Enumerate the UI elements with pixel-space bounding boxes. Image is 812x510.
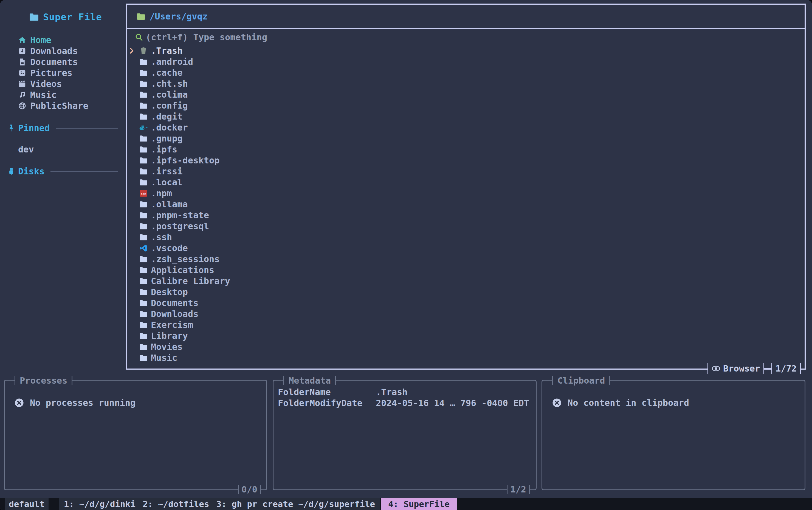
file-name: .colima <box>151 89 188 100</box>
file-row[interactable]: npm Music <box>127 352 805 363</box>
folder-icon <box>139 354 148 362</box>
file-row[interactable]: npm .ipfs-desktop <box>127 155 805 166</box>
file-row[interactable]: npm Documents <box>127 298 805 308</box>
file-name: .ollama <box>151 199 188 209</box>
file-row[interactable]: npm Downloads <box>127 308 805 320</box>
pinned-item-dev[interactable]: dev <box>18 144 34 155</box>
search-bar[interactable]: (ctrl+f) Type something <box>127 29 805 45</box>
tmux-window-1[interactable]: 1: ~/d/g/dinki <box>64 499 136 509</box>
panel-title-text: Clipboard <box>553 374 609 387</box>
file-row[interactable]: npm Movies <box>127 341 805 352</box>
file-row[interactable]: npm .npm <box>127 188 805 199</box>
folder-icon <box>139 342 148 351</box>
file-row[interactable]: npm .zsh_sessions <box>127 253 805 265</box>
file-row[interactable]: npm .docker <box>127 122 805 133</box>
path-bar[interactable]: /Users/gvqz <box>127 5 805 29</box>
sidebar-item-documents[interactable]: Documents <box>0 57 126 67</box>
file-name: .cht.sh <box>151 79 188 89</box>
file-row[interactable]: npm .config <box>127 100 805 111</box>
sidebar-item-videos[interactable]: Videos <box>0 79 126 89</box>
file-name: .irssi <box>151 166 183 177</box>
tmux-session-name[interactable]: default <box>5 498 49 510</box>
metadata-row: FolderModifyDate 2024-05-16 14 … 796 -04… <box>278 397 536 409</box>
folder-icon <box>139 277 148 286</box>
file-name: .Trash <box>151 46 183 56</box>
svg-text:npm: npm <box>141 192 146 196</box>
app-title: Super File <box>29 11 102 23</box>
file-name: Library <box>151 331 188 341</box>
file-row[interactable]: npm .ssh <box>127 232 805 243</box>
processes-counter: 0/0 <box>238 483 261 496</box>
folder-icon <box>139 211 148 220</box>
metadata-table: FolderName .Trash FolderModifyDate 2024-… <box>273 387 536 409</box>
panel-mode-label: Browser <box>723 363 760 374</box>
file-row[interactable]: npm .local <box>127 177 805 188</box>
tmux-status-bar: default 1: ~/d/g/dinki 2: ~/dotfiles 3: … <box>0 498 812 510</box>
clipboard-empty-text: No content in clipboard <box>568 397 689 408</box>
folder-icon <box>139 68 148 77</box>
file-row[interactable]: npm .degit <box>127 111 805 122</box>
file-row[interactable]: npm Desktop <box>127 287 805 298</box>
file-row[interactable]: npm .Trash <box>127 45 805 56</box>
folder-icon <box>139 222 148 231</box>
circle-x-icon <box>14 398 24 408</box>
processes-empty-text: No processes running <box>30 397 136 408</box>
folder-icon <box>139 134 148 143</box>
file-row[interactable]: npm .cache <box>127 67 805 78</box>
file-row[interactable]: npm .ipfs <box>127 144 805 155</box>
sidebar-item-publicshare[interactable]: PublicShare <box>0 100 126 111</box>
tmux-window-3[interactable]: 3: gh pr create ~/d/g/superfile <box>216 499 375 509</box>
metadata-key: FolderName <box>278 387 376 397</box>
clipboard-empty-state: No content in clipboard <box>542 397 805 408</box>
sidebar-section-disks: Disks <box>0 166 126 177</box>
sidebar-item-label: Home <box>30 35 51 45</box>
metadata-row: FolderName .Trash <box>278 387 536 397</box>
tmux-window-list: 1: ~/d/g/dinki 2: ~/dotfiles 3: gh pr cr… <box>59 498 380 510</box>
folder-icon <box>139 90 148 99</box>
folder-icon <box>139 79 148 88</box>
disks-section-label: Disks <box>18 166 45 177</box>
sidebar-item-downloads[interactable]: Downloads <box>0 46 126 57</box>
usb-icon <box>7 167 16 176</box>
file-row[interactable]: npm Applications <box>127 265 805 276</box>
folder-icon <box>139 288 148 296</box>
file-name: .vscode <box>151 243 188 253</box>
panel-title-text: Processes <box>16 374 71 387</box>
folder-icon <box>139 309 148 318</box>
app-title-text: Super File <box>43 11 102 23</box>
file-name: Calibre Library <box>151 276 230 286</box>
file-row[interactable]: npm .irssi <box>127 166 805 177</box>
file-name: Documents <box>151 298 198 308</box>
file-row[interactable]: npm Library <box>127 330 805 341</box>
clipboard-panel-title: Clipboard <box>552 374 610 387</box>
file-row[interactable]: npm .vscode <box>127 243 805 253</box>
docker-icon <box>139 123 148 132</box>
metadata-counter: 1/2 <box>507 483 530 496</box>
file-row[interactable]: npm Exercism <box>127 320 805 330</box>
file-row[interactable]: npm .gnupg <box>127 133 805 144</box>
panel-title-text: Metadata <box>284 374 335 387</box>
file-name: .postgresql <box>151 221 209 232</box>
counter-text: 1/2 <box>508 483 529 496</box>
file-row[interactable]: npm .postgresql <box>127 221 805 232</box>
metadata-value: 2024-05-16 14 … 796 -0400 EDT <box>376 398 529 408</box>
file-row[interactable]: npm Calibre Library <box>127 276 805 287</box>
tmux-window-2[interactable]: 2: ~/dotfiles <box>143 499 209 509</box>
sidebar-item-label: Pictures <box>30 68 72 78</box>
counter-text: 0/0 <box>239 483 260 496</box>
sidebar-item-home[interactable]: Home <box>0 34 126 46</box>
vscode-icon <box>139 244 148 252</box>
file-row[interactable]: npm .android <box>127 56 805 67</box>
file-name: Exercism <box>151 320 193 330</box>
file-row[interactable]: npm .pnpm-state <box>127 210 805 221</box>
sidebar-item-music[interactable]: Music <box>0 89 126 100</box>
sidebar-item-pictures[interactable]: Pictures <box>0 67 126 79</box>
tmux-active-window[interactable]: 4: SuperFile <box>381 498 457 510</box>
sidebar-item-label: Videos <box>30 79 62 89</box>
file-row[interactable]: npm .cht.sh <box>127 78 805 89</box>
file-name: Music <box>151 353 177 363</box>
file-row[interactable]: npm .ollama <box>127 199 805 210</box>
folder-icon <box>139 331 148 340</box>
file-name: .local <box>151 177 183 187</box>
file-row[interactable]: npm .colima <box>127 89 805 100</box>
